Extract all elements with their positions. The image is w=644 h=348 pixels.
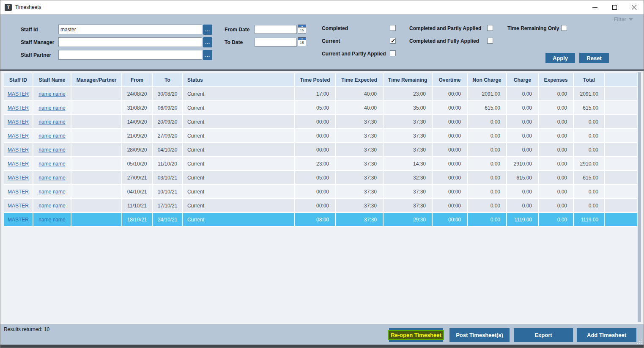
staff-id-link[interactable]: MASTER [8, 203, 29, 209]
staff-id-link[interactable]: MASTER [8, 147, 29, 153]
reopen-timesheet-button[interactable]: Re-open Timesheet [389, 328, 443, 342]
current-partly-applied-checkbox[interactable] [390, 50, 396, 56]
cell-time-expected: 37:30 [336, 157, 384, 171]
staff-id-link[interactable]: MASTER [8, 217, 29, 223]
cell-manager-partner [71, 87, 122, 101]
staff-name-link[interactable]: name name [38, 217, 65, 223]
staff-name-link[interactable]: name name [38, 105, 65, 111]
completed-fully-applied-checkbox[interactable] [487, 38, 493, 44]
from-date-input[interactable] [255, 25, 297, 34]
cell-time-posted: 08:00 [295, 213, 336, 227]
staff-name-link[interactable]: name name [38, 119, 65, 125]
filter-panel: Filter Staff Id ... Staff Manager ... St… [0, 14, 644, 69]
cell-from: 24/08/20 [122, 87, 153, 101]
col-header-staff-id[interactable]: Staff ID [4, 73, 33, 87]
col-header-time-expected[interactable]: Time Expected [336, 73, 384, 87]
staff-id-link[interactable]: MASTER [8, 189, 29, 195]
staff-id-browse-button[interactable]: ... [203, 25, 212, 35]
window-controls [585, 0, 644, 14]
minimize-button[interactable] [585, 0, 605, 14]
staff-name-link[interactable]: name name [38, 147, 65, 153]
staff-id-link[interactable]: MASTER [8, 175, 29, 181]
staff-name-link[interactable]: name name [38, 189, 65, 195]
col-header-overtime[interactable]: Overtime [433, 73, 468, 87]
post-timesheets-button[interactable]: Post Timesheet(s) [449, 328, 510, 342]
cell-time-posted: 00:00 [295, 185, 336, 199]
table-row[interactable]: MASTERname name31/08/2006/09/20Current05… [4, 101, 638, 115]
staff-id-link[interactable]: MASTER [8, 133, 29, 139]
cell-expenses: 0.00 [539, 115, 574, 129]
completed-checkbox[interactable] [390, 25, 396, 31]
time-remaining-only-checkbox[interactable] [561, 25, 567, 31]
staff-partner-input[interactable] [58, 50, 202, 60]
cell-charge: 615.00 [507, 171, 539, 185]
table-row[interactable]: MASTERname name28/09/2004/10/20Current00… [4, 143, 638, 157]
cell-blank [605, 171, 638, 185]
cell-expenses: 0.00 [539, 129, 574, 143]
table-row[interactable]: MASTERname name11/10/2117/10/21Current00… [4, 199, 638, 213]
staff-name-link[interactable]: name name [38, 175, 65, 181]
to-date-input[interactable] [255, 38, 297, 47]
staff-manager-input[interactable] [58, 37, 202, 47]
cell-time-posted: 00:00 [295, 115, 336, 129]
reset-button[interactable]: Reset [579, 53, 609, 63]
cell-to: 11/10/20 [153, 157, 183, 171]
completed-partly-applied-checkbox[interactable] [487, 25, 493, 31]
staff-partner-browse-button[interactable]: ... [203, 50, 212, 60]
current-checkbox[interactable] [390, 38, 396, 44]
staff-name-link[interactable]: name name [38, 91, 65, 97]
cell-non-charge: 0.00 [468, 157, 507, 171]
table-row[interactable]: MASTERname name18/10/2124/10/21Current08… [4, 213, 638, 227]
col-header-time-posted[interactable]: Time Posted [295, 73, 336, 87]
table-row[interactable]: MASTERname name14/09/2020/09/20Current00… [4, 115, 638, 129]
filter-collapse-toggle[interactable]: Filter [614, 17, 633, 22]
cell-total: 2910.00 [574, 157, 605, 171]
cell-status: Current [183, 101, 295, 115]
staff-name-link[interactable]: name name [38, 133, 65, 139]
table-row[interactable]: MASTERname name24/08/2030/08/20Current17… [4, 87, 638, 101]
close-button[interactable] [624, 0, 644, 14]
col-header-status[interactable]: Status [183, 73, 295, 87]
staff-partner-label: Staff Partner [21, 52, 51, 58]
to-date-calendar-icon[interactable]: 15 [298, 37, 306, 46]
col-header-to[interactable]: To [153, 73, 183, 87]
staff-name-link[interactable]: name name [38, 203, 65, 209]
cell-non-charge: 0.00 [468, 213, 507, 227]
add-timesheet-button[interactable]: Add Timesheet [577, 328, 636, 342]
col-header-expenses[interactable]: Expenses [539, 73, 574, 87]
col-header-manager-partner[interactable]: Manager/Partner [71, 73, 122, 87]
staff-name-link[interactable]: name name [38, 161, 65, 167]
table-row[interactable]: MASTERname name05/10/2011/10/20Current23… [4, 157, 638, 171]
table-row[interactable]: MASTERname name27/09/2103/10/21Current05… [4, 171, 638, 185]
col-header-total[interactable]: Total [574, 73, 605, 87]
current-partly-applied-label: Current and Partly Applied [322, 51, 386, 57]
table-row[interactable]: MASTERname name21/09/2027/09/20Current00… [4, 129, 638, 143]
cell-status: Current [183, 87, 295, 101]
from-date-calendar-icon[interactable]: 15 [298, 25, 306, 33]
cell-charge: 1119.00 [507, 213, 539, 227]
export-button[interactable]: Export [514, 328, 573, 342]
vertical-scrollbar[interactable] [638, 72, 641, 322]
apply-button[interactable]: Apply [545, 53, 575, 63]
staff-id-input[interactable] [58, 25, 202, 34]
staff-id-link[interactable]: MASTER [8, 119, 29, 125]
staff-id-label: Staff Id [21, 27, 38, 33]
cell-from: 04/10/21 [122, 185, 153, 199]
col-header-from[interactable]: From [122, 73, 153, 87]
cell-staff-id: MASTER [4, 171, 33, 185]
resize-grip-icon[interactable] [636, 338, 642, 344]
col-header-time-remaining[interactable]: Time Remaining [384, 73, 433, 87]
col-header-non-charge[interactable]: Non Charge [468, 73, 507, 87]
staff-id-link[interactable]: MASTER [8, 105, 29, 111]
table-row[interactable]: MASTERname name04/10/2110/10/21Current00… [4, 185, 638, 199]
staff-id-link[interactable]: MASTER [8, 161, 29, 167]
staff-id-link[interactable]: MASTER [8, 91, 29, 97]
cell-to: 17/10/21 [153, 199, 183, 213]
maximize-button[interactable] [605, 0, 624, 14]
staff-manager-browse-button[interactable]: ... [203, 37, 212, 47]
col-header-charge[interactable]: Charge [507, 73, 539, 87]
cell-manager-partner [71, 101, 122, 115]
cell-blank [605, 199, 638, 213]
col-header-staff-name[interactable]: Staff Name [33, 73, 71, 87]
cell-charge: 0.00 [507, 87, 539, 101]
